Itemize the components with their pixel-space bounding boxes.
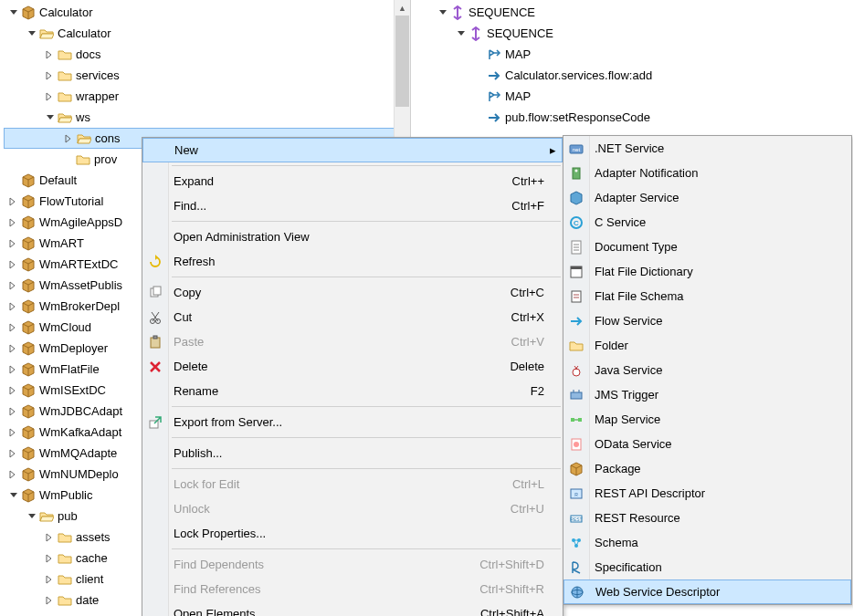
expand-arrow[interactable] bbox=[7, 237, 20, 250]
tree-item[interactable]: docs bbox=[4, 44, 410, 65]
expand-arrow[interactable] bbox=[7, 384, 20, 397]
tree-item-label: wrapper bbox=[76, 89, 119, 103]
menu-item[interactable]: Document Type bbox=[563, 235, 851, 259]
menu-item[interactable]: Publish... bbox=[142, 441, 563, 465]
menu-item-label: REST Resource bbox=[589, 511, 846, 525]
expand-arrow[interactable] bbox=[44, 531, 57, 544]
expand-arrow[interactable] bbox=[7, 216, 20, 229]
blank-icon bbox=[142, 379, 168, 403]
menu-item[interactable]: DeleteDelete bbox=[142, 354, 563, 379]
menu-item[interactable]: Lock Properties... bbox=[142, 521, 563, 546]
expand-arrow[interactable] bbox=[7, 405, 20, 418]
tree-item[interactable]: SEQUENCE bbox=[433, 2, 853, 23]
tree-item[interactable]: ws bbox=[4, 107, 410, 128]
menu-item[interactable]: Schema bbox=[563, 530, 851, 555]
tree-item-label: MAP bbox=[505, 89, 531, 103]
map-icon bbox=[487, 89, 501, 104]
menu-item[interactable]: Java Service bbox=[563, 358, 851, 382]
scrollbar[interactable]: ▲ ▼ bbox=[394, 0, 410, 155]
menu-item[interactable]: RenameF2 bbox=[142, 379, 563, 403]
expand-arrow[interactable] bbox=[7, 195, 20, 208]
menu-item-label: .NET Service bbox=[589, 141, 846, 155]
menu-item[interactable]: .NET Service bbox=[563, 136, 851, 161]
expand-arrow[interactable] bbox=[44, 573, 57, 586]
menu-item[interactable]: REST API Descriptor bbox=[563, 481, 851, 506]
menu-item[interactable]: CutCtrl+X bbox=[142, 305, 563, 329]
expand-arrow[interactable] bbox=[7, 321, 20, 334]
expand-arrow[interactable] bbox=[44, 90, 57, 103]
expand-arrow[interactable] bbox=[7, 447, 20, 460]
menu-item[interactable]: Export from Server... bbox=[142, 410, 563, 434]
menu-item[interactable]: Refresh bbox=[142, 249, 563, 274]
tree-item[interactable]: pub.flow:setResponseCode bbox=[433, 107, 853, 128]
folder-icon bbox=[58, 68, 72, 83]
expand-arrow[interactable] bbox=[44, 552, 57, 565]
expand-arrow[interactable] bbox=[7, 468, 20, 481]
expand-arrow[interactable] bbox=[455, 27, 468, 40]
menu-item[interactable]: Adapter Notification bbox=[563, 161, 851, 185]
menu-item[interactable]: Package bbox=[563, 456, 851, 481]
menu-item[interactable]: Flat File Schema bbox=[563, 284, 851, 308]
scroll-thumb[interactable] bbox=[395, 16, 409, 107]
folder-open-icon bbox=[39, 26, 54, 41]
expand-arrow bbox=[473, 69, 486, 82]
expand-arrow[interactable] bbox=[7, 489, 20, 502]
menu-item[interactable]: CopyCtrl+C bbox=[142, 280, 563, 305]
menu-item[interactable]: Specification bbox=[563, 555, 851, 579]
menu-item[interactable]: Flat File Dictionary bbox=[563, 259, 851, 284]
tree-item-label: ws bbox=[76, 110, 90, 124]
expand-arrow[interactable] bbox=[7, 6, 20, 19]
tree-item[interactable]: wrapper bbox=[4, 86, 410, 107]
expand-arrow[interactable] bbox=[44, 111, 57, 124]
menu-item-label: Java Service bbox=[589, 363, 846, 377]
package-icon bbox=[21, 299, 36, 314]
package-icon bbox=[21, 236, 36, 251]
menu-item[interactable]: C Service bbox=[563, 210, 851, 235]
expand-arrow[interactable] bbox=[7, 426, 20, 439]
tree-item-label: cons bbox=[95, 131, 120, 145]
menu-item[interactable]: ExpandCtrl++ bbox=[142, 169, 563, 193]
menu-item[interactable]: Open ElementsCtrl+Shift+A bbox=[142, 601, 563, 616]
menu-item[interactable]: Open Administration View bbox=[142, 224, 563, 249]
expand-arrow[interactable] bbox=[7, 279, 20, 292]
tree-item[interactable]: MAP bbox=[433, 44, 853, 65]
expand-arrow[interactable] bbox=[437, 6, 449, 19]
menu-separator bbox=[172, 165, 561, 166]
tree-item[interactable]: Calculator.services.flow:add bbox=[433, 65, 853, 86]
expand-arrow[interactable] bbox=[44, 594, 57, 607]
expand-arrow[interactable] bbox=[44, 69, 57, 82]
tree-item[interactable]: Calculator bbox=[4, 23, 410, 44]
menu-item[interactable]: Map Service bbox=[563, 407, 851, 432]
blank-icon bbox=[142, 601, 168, 616]
package-icon bbox=[21, 425, 36, 440]
menu-item[interactable]: JMS Trigger bbox=[563, 382, 851, 407]
menu-item-label: Adapter Notification bbox=[589, 166, 846, 180]
expand-arrow[interactable] bbox=[7, 258, 20, 271]
tree-item-label: date bbox=[76, 593, 99, 607]
expand-arrow[interactable] bbox=[26, 27, 38, 40]
expand-arrow[interactable] bbox=[63, 132, 76, 145]
menu-item[interactable]: Find...Ctrl+F bbox=[142, 193, 563, 218]
menu-item[interactable]: OData Service bbox=[563, 432, 851, 456]
tree-item[interactable]: Calculator bbox=[4, 2, 410, 23]
menu-item[interactable]: Adapter Service bbox=[563, 185, 851, 210]
expand-arrow[interactable] bbox=[44, 48, 57, 61]
tree-item[interactable]: SEQUENCE bbox=[433, 23, 853, 44]
menu-item[interactable]: REST Resource bbox=[563, 506, 851, 530]
expand-arrow[interactable] bbox=[7, 363, 20, 376]
menu-item[interactable]: Web Service Descriptor bbox=[563, 579, 851, 604]
expand-arrow[interactable] bbox=[7, 300, 20, 313]
tree-item[interactable]: services bbox=[4, 65, 410, 86]
tree-item[interactable]: MAP bbox=[433, 86, 853, 107]
scroll-up-button[interactable]: ▲ bbox=[395, 0, 410, 16]
menu-item[interactable]: Folder bbox=[563, 333, 851, 358]
package-icon bbox=[21, 362, 36, 377]
menu-item[interactable]: New▸ bbox=[142, 138, 563, 162]
menu-item[interactable]: Flow Service bbox=[563, 308, 851, 333]
menu-item-label: Cut bbox=[168, 310, 511, 324]
expand-arrow[interactable] bbox=[26, 510, 38, 523]
c-icon bbox=[563, 210, 589, 235]
expand-arrow[interactable] bbox=[7, 342, 20, 355]
menu-item-label: Copy bbox=[168, 286, 511, 299]
menu-item-label: JMS Trigger bbox=[589, 388, 846, 402]
